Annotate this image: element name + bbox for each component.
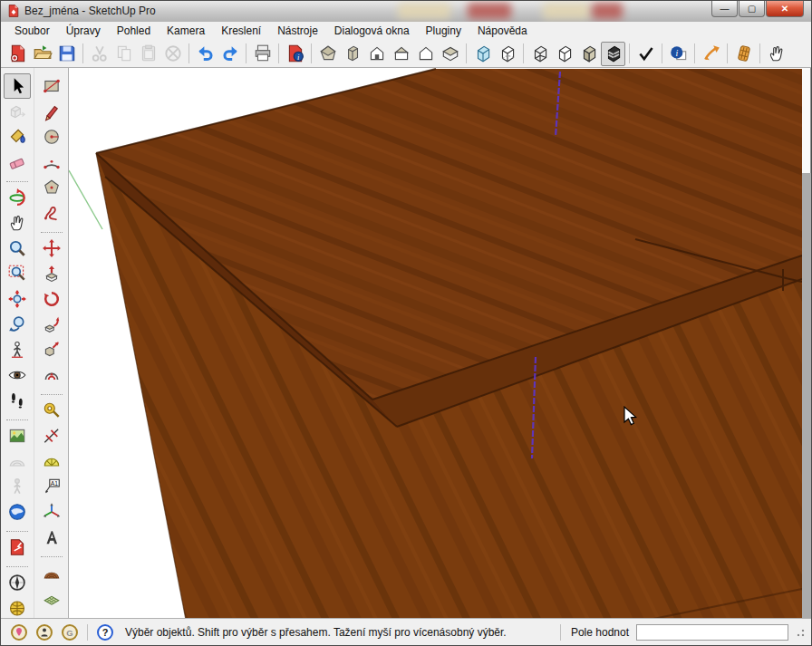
- hand-button[interactable]: [764, 42, 788, 66]
- close-button[interactable]: ✕: [766, 1, 804, 17]
- open-folder-button[interactable]: [30, 42, 54, 66]
- help-icon[interactable]: ?: [95, 622, 115, 642]
- info-sphere-button[interactable]: i: [666, 42, 691, 66]
- position-camera-tool[interactable]: [4, 337, 31, 362]
- 3d-text-tool[interactable]: [38, 525, 65, 550]
- move-tool[interactable]: [38, 236, 65, 261]
- maximize-button[interactable]: ▢: [739, 1, 765, 17]
- sphere-tool-tool[interactable]: [4, 595, 31, 621]
- arc-tool[interactable]: [38, 149, 65, 175]
- scale-tool[interactable]: [38, 337, 65, 362]
- polygon-tool[interactable]: [38, 175, 65, 200]
- menu-item-kreslen-[interactable]: Kreslení: [213, 22, 269, 40]
- svg-text:?: ?: [102, 627, 109, 638]
- style-backedges-button[interactable]: [495, 42, 519, 66]
- pan-tool[interactable]: [4, 210, 31, 236]
- sketchup-app-icon: [6, 4, 21, 22]
- view-iso-button[interactable]: [315, 42, 340, 66]
- make-component-tool: [4, 99, 31, 124]
- toolbar-separator: [41, 550, 63, 557]
- view-front-button[interactable]: [364, 42, 389, 66]
- redo-button[interactable]: [218, 42, 242, 66]
- style-wireframe-button[interactable]: [527, 42, 552, 66]
- push-pull-tool[interactable]: [38, 261, 65, 286]
- left-toolbar-column-2: A1: [34, 68, 68, 620]
- svg-text:i: i: [675, 48, 678, 58]
- sandbox-scratch-tool[interactable]: [38, 585, 65, 611]
- zoom-extents-tool[interactable]: [4, 286, 31, 312]
- menu-item-n-pov-da[interactable]: Nápověda: [469, 22, 536, 40]
- look-around-tool[interactable]: [4, 362, 31, 388]
- check-button[interactable]: [633, 42, 658, 66]
- freehand-tool[interactable]: [38, 200, 65, 226]
- separator: [87, 624, 88, 641]
- style-shaded-button[interactable]: [576, 42, 601, 66]
- scrollbar-thumb[interactable]: [802, 68, 811, 173]
- style-xray-button[interactable]: [470, 42, 495, 66]
- geo-location-icon[interactable]: [9, 622, 29, 642]
- rotate-tool[interactable]: [38, 286, 65, 312]
- menu-item-dialogov-okna[interactable]: Dialogová okna: [326, 22, 418, 40]
- menu-item-kamera[interactable]: Kamera: [159, 22, 213, 40]
- paint-bucket-tool[interactable]: [4, 124, 31, 149]
- view-perspective-button[interactable]: [340, 42, 364, 66]
- models-icon[interactable]: G: [60, 622, 80, 642]
- toolbar-separator: [246, 43, 246, 63]
- menu-item-pluginy[interactable]: Pluginy: [418, 22, 469, 40]
- zoom-tool[interactable]: [4, 236, 31, 261]
- orbit-tool[interactable]: [4, 185, 31, 210]
- zoom-window-tool[interactable]: [4, 261, 31, 286]
- undo-button[interactable]: [193, 42, 218, 66]
- model-info-button[interactable]: i: [283, 42, 307, 66]
- axes-tool-tool[interactable]: [38, 499, 65, 525]
- text-tool-tool[interactable]: A1: [38, 474, 65, 499]
- circle-tool[interactable]: [38, 124, 65, 149]
- protractor-tool[interactable]: [38, 448, 65, 474]
- model-render: [69, 68, 802, 620]
- new-document-button[interactable]: [5, 42, 30, 66]
- toolbar-separator: [41, 388, 63, 395]
- north-compass-tool[interactable]: [4, 570, 31, 595]
- orange-grid-button[interactable]: [731, 42, 756, 66]
- texture-image-tool[interactable]: [4, 423, 31, 448]
- rectangle-tool[interactable]: [38, 73, 65, 99]
- offset-tool[interactable]: [38, 362, 65, 388]
- save-button[interactable]: [54, 42, 79, 66]
- minimize-button[interactable]: —: [711, 1, 738, 17]
- sandbox-contours-tool[interactable]: [38, 560, 65, 585]
- walk-tool[interactable]: [4, 388, 31, 413]
- right-scrollbar[interactable]: [802, 68, 812, 620]
- menu-item-n-stroje[interactable]: Nástroje: [269, 22, 326, 40]
- google-earth-tool[interactable]: [4, 499, 31, 525]
- claim-credit-icon[interactable]: [34, 622, 54, 642]
- toolbar-separator: [6, 525, 28, 532]
- orange-figure-button[interactable]: [699, 42, 723, 66]
- dimension-tool[interactable]: [38, 423, 65, 448]
- print-button[interactable]: [250, 42, 275, 66]
- viewport-canvas[interactable]: [69, 68, 802, 620]
- tape-measure-tool[interactable]: [38, 398, 65, 423]
- toolbar-separator: [6, 560, 28, 567]
- follow-me-tool[interactable]: [38, 312, 65, 337]
- select-tool[interactable]: [4, 73, 31, 99]
- measurements-input[interactable]: [636, 624, 788, 641]
- view-back-button[interactable]: [413, 42, 438, 66]
- background-bleed: [398, 3, 450, 19]
- style-hiddenline-button[interactable]: [552, 42, 576, 66]
- view-right-button[interactable]: [389, 42, 413, 66]
- previous-view-tool[interactable]: [4, 312, 31, 337]
- toolbar-separator: [188, 43, 189, 63]
- sandbox-smoove-tool: [4, 448, 31, 474]
- line-tool[interactable]: [38, 99, 65, 124]
- menu-item-soubor[interactable]: Soubor: [6, 22, 58, 40]
- status-bar: G ? Výběr objektů. Shift pro výběr s pře…: [1, 618, 811, 645]
- background-bleed: [592, 3, 623, 19]
- view-top-button[interactable]: [438, 42, 462, 66]
- resize-grip[interactable]: [794, 626, 806, 638]
- menu-item--pravy[interactable]: Úpravy: [58, 22, 109, 40]
- style-textured-button[interactable]: [601, 42, 625, 66]
- eraser-tool[interactable]: [4, 149, 31, 175]
- title-bar[interactable]: Bez_jména - SketchUp Pro — ▢ ✕: [1, 1, 811, 22]
- menu-item-pohled[interactable]: Pohled: [109, 22, 159, 40]
- share-model-tool[interactable]: [4, 535, 31, 560]
